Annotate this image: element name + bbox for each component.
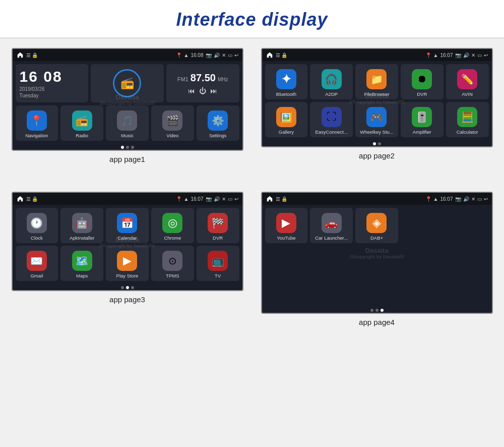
x-icon-p1: ✕ xyxy=(222,52,226,58)
carlauncher-icon: 🚗 xyxy=(322,213,342,233)
home-icon-p4[interactable] xyxy=(266,195,273,202)
radio-label: Radio xyxy=(76,133,88,138)
app-wheelkey[interactable]: 🎮 Wheelkey Stu... xyxy=(355,102,398,137)
rect-icon-p2: ▭ xyxy=(477,52,482,58)
filebrowser-label: FileBrowser xyxy=(364,91,389,97)
fm-controls: ⏮ ⏻ ⏭ xyxy=(188,87,217,95)
calendar-icon: 📅 xyxy=(117,213,137,233)
clock-date: 2019/03/26 xyxy=(20,86,85,92)
filebrowser-icon: 📁 xyxy=(366,69,387,89)
app-dvr-p2[interactable]: ⏺ DVR xyxy=(401,64,444,99)
tv-label: TV xyxy=(215,273,221,278)
app-music[interactable]: 🎵 Music xyxy=(106,105,149,141)
next-btn[interactable]: ⏭ xyxy=(210,87,217,95)
dots-p3 xyxy=(13,284,242,290)
app-apkinstaller[interactable]: 🤖 ApkInstaller xyxy=(60,208,103,243)
app-calculator[interactable]: 🧮 Calculator xyxy=(446,102,489,137)
home-icon-p3[interactable] xyxy=(17,195,24,202)
dots-p2 xyxy=(262,140,492,146)
prev-btn[interactable]: ⏮ xyxy=(188,87,195,95)
clock-cell: 16 08 2019/03/26 Tuesday xyxy=(16,64,89,102)
app-filebrowser[interactable]: 📁 FileBrowser xyxy=(355,64,398,99)
calendar-label: Calendar xyxy=(117,235,137,241)
app-chrome[interactable]: ◎ Chrome xyxy=(151,208,194,243)
navigation-icon: 📍 xyxy=(27,110,47,131)
clock-day: Tuesday xyxy=(20,93,85,98)
app-youtube[interactable]: ▶ YouTube xyxy=(265,208,308,243)
status-left-p4: ☰ 🔒 xyxy=(266,195,288,202)
android-screen-page4: ☰ 🔒 📍 ▲ 16:07 📷 🔊 ✕ ▭ ↩ ▶ YouTube xyxy=(261,192,493,314)
wifi-icon-p1: ▲ xyxy=(184,52,189,58)
music-label: Music xyxy=(121,133,134,138)
screen-label-p4: app page4 xyxy=(359,318,395,326)
app-navigation[interactable]: 📍 Navigation xyxy=(16,105,58,141)
app-clock[interactable]: 🕐 Clock xyxy=(16,208,58,243)
app-settings[interactable]: ⚙️ Settings xyxy=(197,105,239,141)
app-bluetooth[interactable]: ✦ Bluetooth xyxy=(265,64,308,99)
dots-p4 xyxy=(262,307,492,313)
page1-apps: 📍 Navigation 📻 Radio 🎵 Music 🎬 Video ⚙️ xyxy=(13,104,242,144)
menu-icon-p1: ☰ 🔒 xyxy=(26,52,38,58)
gallery-label: Gallery xyxy=(279,129,294,135)
dot-1-p4 xyxy=(370,309,373,312)
status-right-p3: 📍 ▲ 16:07 📷 🔊 ✕ ▭ ↩ xyxy=(176,196,238,202)
x-icon-p3: ✕ xyxy=(222,196,226,202)
playstore-label: Play Store xyxy=(116,273,139,278)
vol-icon-p4: 🔊 xyxy=(463,196,469,202)
radio-circle-cell: 📻 xyxy=(91,64,164,102)
dvr-p2-label: DVR xyxy=(417,91,427,97)
app-dvr-p3[interactable]: 🏁 DVR xyxy=(197,208,239,243)
dot-1-p2 xyxy=(373,142,376,145)
app-a2dp[interactable]: 🎧 A2DP xyxy=(310,64,353,99)
app-carlauncher[interactable]: 🚗 Car Launcher... xyxy=(310,208,353,243)
dabplus-icon: ◈ xyxy=(366,213,387,233)
dot-1-p3 xyxy=(121,286,124,289)
back-icon-p2: ↩ xyxy=(484,52,488,58)
back-icon-p1: ↩ xyxy=(234,52,238,58)
app-avin[interactable]: ✏️ AVIN xyxy=(446,64,489,99)
status-bar-page4: ☰ 🔒 📍 ▲ 16:07 📷 🔊 ✕ ▭ ↩ xyxy=(262,193,492,205)
home-icon-p2[interactable] xyxy=(266,51,273,59)
app-easyconnect[interactable]: ⛶ EasyConnect... xyxy=(310,102,353,137)
fm-freq: 87.50 xyxy=(191,72,216,84)
clock-icon: 🕐 xyxy=(27,213,47,233)
vol-icon-p3: 🔊 xyxy=(214,196,220,202)
app-calendar[interactable]: 📅 Calendar xyxy=(106,208,149,243)
app-tpms[interactable]: ⊙ TPMS xyxy=(151,246,194,281)
app-maps[interactable]: 🗺️ Maps xyxy=(60,246,103,281)
gallery-icon: 🖼️ xyxy=(276,107,296,127)
apk-icon: 🤖 xyxy=(72,213,92,233)
easyconnect-icon: ⛶ xyxy=(322,107,342,127)
power-btn[interactable]: ⏻ xyxy=(199,87,206,95)
app-video[interactable]: 🎬 Video xyxy=(151,105,194,141)
status-right-p2: 📍 ▲ 16:07 📷 🔊 ✕ ▭ ↩ xyxy=(425,52,488,58)
app-playstore[interactable]: ▶ Play Store xyxy=(106,246,149,281)
carlauncher-label: Car Launcher... xyxy=(315,235,348,241)
home-icon-p1[interactable] xyxy=(17,51,24,59)
menu-icon-p4: ☰ 🔒 xyxy=(276,196,288,202)
vol-icon-p1: 🔊 xyxy=(214,52,220,58)
bluetooth-icon: ✦ xyxy=(276,69,296,89)
location-icon-p2: 📍 xyxy=(425,52,431,58)
dabplus-label: DAB+ xyxy=(370,235,383,241)
header: Interface display xyxy=(0,0,504,39)
amplifier-icon: 🎚️ xyxy=(412,107,432,127)
app-radio[interactable]: 📻 Radio xyxy=(60,105,103,141)
wifi-icon-p4: ▲ xyxy=(433,196,438,202)
screen-label-p3: app page3 xyxy=(109,295,145,304)
page-title: Interface display xyxy=(0,9,504,30)
wheelkey-icon: 🎮 xyxy=(366,107,387,127)
app-amplifier[interactable]: 🎚️ Amplifier xyxy=(401,102,444,137)
back-icon-p4: ↩ xyxy=(484,196,488,202)
avin-label: AVIN xyxy=(462,91,472,97)
empty-cell-2 xyxy=(446,208,489,243)
app-tv[interactable]: 📺 TV xyxy=(197,246,239,281)
app-gallery[interactable]: 🖼️ Gallery xyxy=(265,102,308,137)
app-dabplus[interactable]: ◈ DAB+ xyxy=(355,208,398,243)
maps-icon: 🗺️ xyxy=(72,251,92,271)
dot-3-p1 xyxy=(131,146,134,149)
youtube-icon: ▶ xyxy=(276,213,296,233)
radio-app-icon: 📻 xyxy=(72,110,92,131)
chrome-icon: ◎ xyxy=(162,213,182,233)
app-gmail[interactable]: ✉️ Gmail xyxy=(16,246,58,281)
